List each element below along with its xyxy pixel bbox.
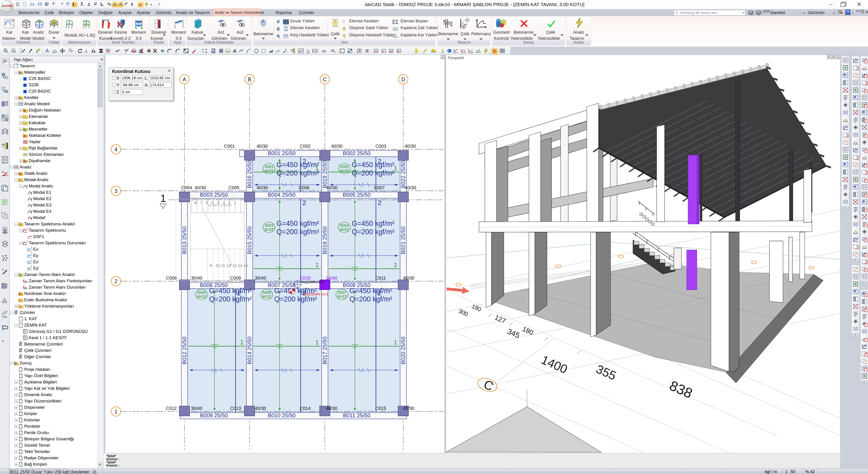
svg-text:Q=200 kgf/m²: Q=200 kgf/m²	[276, 228, 319, 236]
svg-text:B013 25/50: B013 25/50	[181, 227, 187, 254]
svg-text:S002: S002	[340, 165, 349, 169]
svg-text:B012 25/50: B012 25/50	[181, 337, 187, 365]
svg-text:1400: 1400	[539, 353, 569, 376]
svg-text:40/30: 40/30	[256, 185, 268, 190]
svg-text:d=12: d=12	[338, 295, 346, 299]
svg-text:3P: 3P	[390, 50, 393, 53]
svg-text:RM(ZEMİN KAT): RM(ZEMİN KAT)	[304, 292, 328, 296]
svg-text:Q=200 kgf/m²: Q=200 kgf/m²	[352, 228, 395, 236]
svg-text:1: 1	[315, 339, 319, 346]
svg-text:1: 1	[115, 409, 118, 415]
svg-text:11: 11	[221, 264, 225, 268]
svg-text:Q=200 kgf/m²: Q=200 kgf/m²	[276, 169, 319, 177]
svg-text:40/30: 40/30	[403, 406, 414, 411]
svg-text:C001: C001	[224, 144, 235, 148]
svg-text:B014 25/50: B014 25/50	[246, 337, 252, 365]
svg-text:Z.: Z.	[382, 50, 384, 53]
svg-text:6: 6	[206, 201, 208, 205]
svg-text:m²: m²	[299, 49, 303, 53]
svg-text:15: 15	[244, 264, 248, 268]
svg-text:G=450 kgf/m²: G=450 kgf/m²	[352, 161, 395, 169]
svg-text:40/30: 40/30	[405, 185, 416, 190]
svg-text:G=450 kgf/m²: G=450 kgf/m²	[209, 287, 252, 295]
svg-text:d=12: d=12	[340, 169, 348, 173]
svg-text:2: 2	[472, 51, 473, 53]
svg-text:2: 2	[285, 48, 286, 51]
svg-text:B003 25/50: B003 25/50	[200, 192, 228, 198]
svg-text:D: D	[401, 76, 405, 82]
svg-text:30/40: 30/40	[255, 275, 266, 280]
svg-text:d=12: d=12	[262, 295, 271, 299]
svg-text:180: 180	[471, 303, 483, 313]
svg-text:G=450 kgf/m²: G=450 kgf/m²	[276, 219, 319, 227]
svg-text:C015: C015	[375, 406, 386, 411]
svg-text:C010: C010	[300, 275, 311, 280]
svg-text:1: 1	[160, 193, 166, 204]
svg-text:𝑓: 𝑓	[24, 278, 25, 280]
svg-text:?: ?	[308, 49, 309, 52]
svg-text:d=12: d=12	[197, 295, 206, 299]
svg-text:Q=200 kgf/m²: Q=200 kgf/m²	[349, 295, 392, 303]
svg-text:𝑓: 𝑓	[24, 284, 25, 286]
svg-text:B005 25/50: B005 25/50	[343, 192, 371, 198]
svg-text:B010 25/50: B010 25/50	[268, 412, 296, 418]
svg-text:S004: S004	[340, 223, 349, 228]
svg-text:C: C	[323, 76, 327, 82]
svg-text:B017 25/50: B017 25/50	[322, 337, 328, 365]
svg-text:355: 355	[594, 362, 618, 382]
svg-text:P: P	[464, 51, 465, 53]
svg-text:⊕: ⊕	[397, 50, 399, 53]
svg-text:B009 25/50: B009 25/50	[200, 412, 228, 418]
svg-text:7: 7	[200, 201, 202, 205]
svg-text:1: 1	[394, 262, 397, 268]
svg-text:C007: C007	[374, 185, 385, 190]
svg-text:2: 2	[303, 199, 306, 206]
svg-text:10: 10	[215, 264, 220, 268]
svg-text:C005: C005	[228, 185, 239, 190]
svg-text:KM(ZEMİN KAT): KM(ZEMİN KAT)	[301, 280, 324, 284]
svg-text:B019 25/50: B019 25/50	[322, 161, 328, 188]
svg-text:C006: C006	[299, 185, 309, 190]
svg-text:3: 3	[115, 188, 118, 194]
svg-text:B020 25/50: B020 25/50	[400, 337, 406, 365]
svg-text:40/30: 40/30	[403, 275, 414, 280]
svg-text:30/40: 30/40	[191, 406, 202, 411]
svg-text:S006: S006	[262, 291, 271, 295]
svg-text:40/30: 40/30	[256, 144, 268, 148]
svg-text:B011 25/50: B011 25/50	[343, 412, 370, 418]
svg-text:d=12: d=12	[265, 228, 273, 232]
svg-text:40/30: 40/30	[326, 406, 337, 411]
svg-text:B016 25/50: B016 25/50	[246, 161, 252, 188]
svg-text:9: 9	[210, 264, 212, 268]
svg-text:1: 1	[139, 48, 140, 51]
svg-text:Q=200 kgf/m²: Q=200 kgf/m²	[352, 169, 395, 177]
svg-text:G=450 kgf/m²: G=450 kgf/m²	[349, 287, 392, 295]
svg-text:4: 4	[115, 146, 118, 153]
svg-text:127: 127	[494, 313, 507, 325]
svg-text:8: 8	[194, 201, 196, 205]
svg-text:2: 2	[143, 48, 143, 50]
svg-text:B022 25/50: B022 25/50	[400, 161, 406, 188]
svg-text:B021 25/50: B021 25/50	[400, 227, 406, 254]
svg-text:S005: S005	[197, 291, 206, 295]
svg-text:40/30: 40/30	[405, 144, 416, 148]
svg-text:S007: S007	[338, 291, 346, 295]
svg-text:C002: C002	[300, 144, 311, 148]
svg-text:16 RIHT 18.8/25.7: 16 RIHT 18.8/25.7	[208, 204, 232, 207]
svg-text:1: 1	[315, 262, 319, 268]
svg-text:2: 2	[378, 199, 381, 206]
svg-text:1: 1	[240, 339, 243, 346]
svg-text:1: 1	[394, 339, 397, 346]
svg-text:A: A	[183, 76, 186, 82]
svg-text:C011: C011	[375, 275, 386, 280]
svg-text:A: A	[233, 48, 237, 54]
svg-text:14: 14	[238, 264, 242, 268]
svg-text:B002 25/50: B002 25/50	[343, 150, 371, 156]
svg-text:C004: C004	[181, 185, 192, 190]
svg-text:G=450 kgf/m²: G=450 kgf/m²	[352, 219, 395, 227]
svg-text:Q=200 kgf/m²: Q=200 kgf/m²	[274, 295, 317, 303]
svg-text:C: C	[482, 377, 496, 394]
svg-text:345: 345	[506, 327, 521, 340]
svg-text:40/30: 40/30	[331, 144, 342, 148]
svg-text:XY: XY	[375, 50, 378, 53]
